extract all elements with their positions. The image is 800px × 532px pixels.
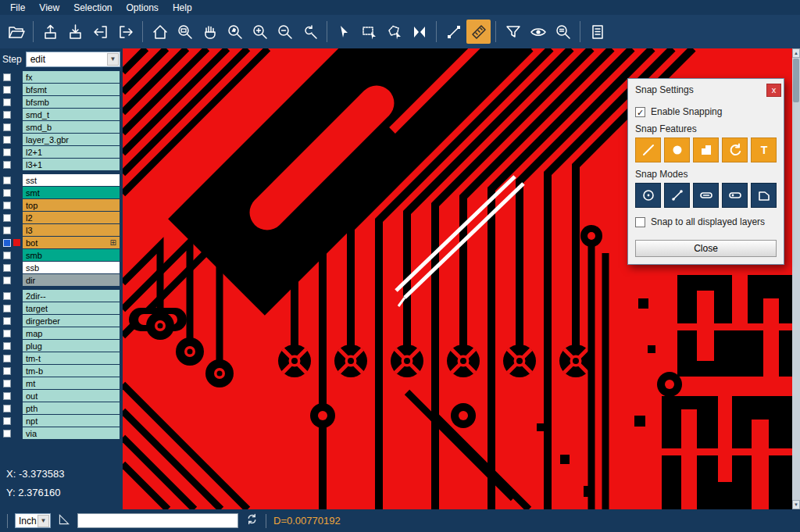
layer-name-cell[interactable]: target <box>23 302 120 314</box>
open-file-button[interactable] <box>4 20 28 44</box>
snap-slot-end-button[interactable] <box>722 183 748 208</box>
layer-row-plug[interactable]: plug <box>0 340 121 352</box>
zoom-in-button[interactable] <box>248 20 272 44</box>
layer-row-l3[interactable]: l3 <box>0 224 121 236</box>
snap-arc-button[interactable] <box>722 137 748 162</box>
dialog-close-icon[interactable]: x <box>766 84 781 97</box>
unit-dropdown[interactable]: Inch ▼ <box>15 513 51 528</box>
scroll-thumb[interactable] <box>793 59 799 102</box>
layer-visibility-checkbox[interactable] <box>3 342 11 350</box>
highlight-button[interactable] <box>526 20 550 44</box>
snap-endpoints-button[interactable] <box>664 183 690 208</box>
layer-row-layer_3.gbr[interactable]: layer_3.gbr <box>0 134 121 145</box>
layer-name-cell[interactable]: smd_t <box>23 109 120 120</box>
layer-visibility-checkbox[interactable] <box>3 177 11 184</box>
select-rectangle-button[interactable] <box>357 20 381 44</box>
layer-name-cell[interactable]: layer_3.gbr <box>23 134 120 145</box>
layer-name-cell[interactable]: fx <box>23 71 120 83</box>
select-pointer-button[interactable] <box>332 20 356 44</box>
all-layers-row[interactable]: Snap to all displayed layers <box>635 216 777 227</box>
layer-visibility-checkbox[interactable] <box>3 430 11 437</box>
layer-visibility-checkbox[interactable] <box>3 252 11 259</box>
layer-visibility-checkbox[interactable] <box>3 239 11 247</box>
step-dropdown[interactable]: edit ▼ <box>26 52 120 67</box>
layer-name-cell[interactable]: bfsmb <box>23 96 120 108</box>
layer-row-smb[interactable]: smb <box>0 249 121 261</box>
layer-visibility-checkbox[interactable] <box>3 73 11 81</box>
zoom-window-button[interactable] <box>173 20 197 44</box>
refresh-icon[interactable] <box>245 512 259 529</box>
layer-row-l2+1[interactable]: l2+1 <box>0 146 121 158</box>
filter-button[interactable] <box>501 20 525 44</box>
layer-row-via[interactable]: via <box>0 427 121 439</box>
layer-row-smd_b[interactable]: smd_b <box>0 121 121 133</box>
layer-visibility-checkbox[interactable] <box>3 148 11 156</box>
layer-visibility-checkbox[interactable] <box>3 277 11 284</box>
layer-visibility-checkbox[interactable] <box>3 264 11 272</box>
layer-visibility-checkbox[interactable] <box>3 214 11 222</box>
layer-row-ssb[interactable]: ssb <box>0 262 121 273</box>
import-left-button[interactable] <box>88 20 112 44</box>
layer-visibility-checkbox[interactable] <box>3 111 11 119</box>
layer-name-cell[interactable]: pth <box>23 402 120 414</box>
layer-visibility-checkbox[interactable] <box>3 86 11 94</box>
layer-name-cell[interactable]: smb <box>23 249 120 261</box>
layer-name-cell[interactable]: l3 <box>23 224 120 236</box>
canvas-vertical-scrollbar[interactable]: ▲ ▼ <box>792 48 800 509</box>
layer-visibility-checkbox[interactable] <box>3 305 11 312</box>
layer-name-cell[interactable]: tm-t <box>23 352 120 364</box>
snap-center-button[interactable] <box>635 183 661 208</box>
chevron-down-icon[interactable]: ▼ <box>107 53 119 66</box>
menu-file[interactable]: File <box>3 1 32 15</box>
layer-row-dir[interactable]: dir <box>0 274 121 286</box>
import-step-button[interactable] <box>63 20 88 44</box>
enable-snapping-row[interactable]: ✓ Enable Snapping <box>635 106 777 117</box>
home-view-button[interactable] <box>148 20 172 44</box>
layer-visibility-checkbox[interactable] <box>3 405 11 412</box>
layer-row-top[interactable]: top <box>0 199 121 211</box>
zoom-area-button[interactable] <box>223 20 247 44</box>
report-button[interactable] <box>585 20 609 44</box>
layer-visibility-checkbox[interactable] <box>3 355 11 362</box>
layer-visibility-checkbox[interactable] <box>3 417 11 425</box>
snap-corner-button[interactable] <box>693 137 719 162</box>
layer-visibility-checkbox[interactable] <box>3 189 11 197</box>
layer-name-cell[interactable]: dir <box>23 274 120 286</box>
menu-options[interactable]: Options <box>120 1 166 15</box>
menu-view[interactable]: View <box>32 1 66 15</box>
layer-row-mt[interactable]: mt <box>0 377 121 389</box>
layer-name-cell[interactable]: dirgerber <box>23 315 120 327</box>
layer-visibility-checkbox[interactable] <box>3 136 11 144</box>
layer-row-fx[interactable]: fx <box>0 71 121 83</box>
layer-visibility-checkbox[interactable] <box>3 161 11 169</box>
find-button[interactable] <box>551 20 575 44</box>
layer-name-cell[interactable]: bfsmt <box>23 84 120 95</box>
layer-name-cell[interactable]: via <box>23 427 120 439</box>
layer-row-bfsmt[interactable]: bfsmt <box>0 84 121 95</box>
layer-name-cell[interactable]: smd_b <box>23 121 120 133</box>
export-step-button[interactable] <box>38 20 62 44</box>
layer-row-l3+1[interactable]: l3+1 <box>0 159 121 170</box>
layer-name-cell[interactable]: out <box>23 390 120 402</box>
layer-row-npt[interactable]: npt <box>0 415 121 427</box>
layer-name-cell[interactable]: l2 <box>23 212 120 223</box>
all-layers-checkbox[interactable] <box>635 217 645 227</box>
angle-tool-icon[interactable] <box>58 513 70 529</box>
layer-name-cell[interactable]: 2dir-- <box>23 290 120 302</box>
layer-row-smd_t[interactable]: smd_t <box>0 109 121 120</box>
layer-name-cell[interactable]: sst <box>23 174 120 186</box>
enable-snapping-checkbox[interactable]: ✓ <box>635 107 645 117</box>
mirror-button[interactable] <box>407 20 431 44</box>
scroll-up-button[interactable]: ▲ <box>792 48 800 58</box>
layer-row-tm-b[interactable]: tm-b <box>0 365 121 377</box>
layer-visibility-checkbox[interactable] <box>3 392 11 400</box>
layer-row-tm-t[interactable]: tm-t <box>0 352 121 364</box>
layer-name-cell[interactable]: top <box>23 199 120 211</box>
layer-name-cell[interactable]: ssb <box>23 262 120 273</box>
layer-row-sst[interactable]: sst <box>0 174 121 186</box>
layer-row-dirgerber[interactable]: dirgerber <box>0 315 121 327</box>
pan-button[interactable] <box>198 20 222 44</box>
export-right-button[interactable] <box>113 20 138 44</box>
layer-row-bot[interactable]: bot⊞ <box>0 237 121 248</box>
layer-name-cell[interactable]: bot⊞ <box>23 237 120 248</box>
